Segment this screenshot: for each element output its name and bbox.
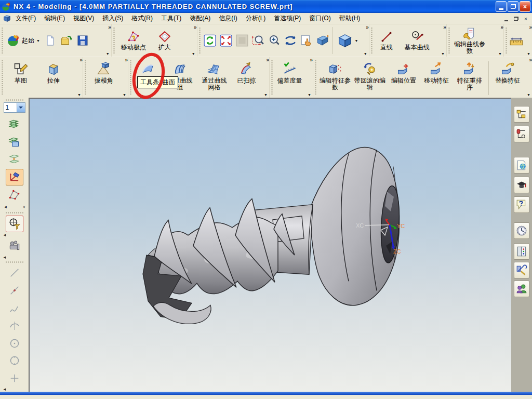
toolbar-options-arrow[interactable]: ▼: [498, 52, 502, 56]
layer-settings-button[interactable]: [6, 116, 23, 133]
draft-angle-button[interactable]: 拔模角: [88, 60, 120, 85]
start-button[interactable]: 起始 ▼: [5, 33, 42, 48]
feature-replay-button[interactable]: [6, 238, 23, 255]
zoom-in-out-button[interactable]: [267, 32, 282, 49]
toolbar-overflow-chevrons[interactable]: »: [125, 58, 127, 63]
curve-point-tool[interactable]: [6, 370, 23, 387]
mdi-close-button[interactable]: ×: [522, 15, 530, 22]
graphics-viewport[interactable]: XC YC ZC: [29, 98, 511, 392]
edit-curve-params-button[interactable]: 编辑曲线参数: [451, 26, 488, 56]
menu-assemblies[interactable]: 装配(A): [185, 13, 215, 24]
feature-reorder-button[interactable]: 特征重排序: [453, 60, 486, 92]
history-button[interactable]: [514, 222, 529, 239]
mdi-restore-button[interactable]: [512, 15, 520, 22]
collapse-left-icon[interactable]: ◄: [3, 233, 7, 237]
collapse-left-icon[interactable]: ◄: [4, 205, 8, 209]
menu-information[interactable]: 信息(I): [215, 13, 241, 24]
sketch-button[interactable]: 草图: [5, 60, 37, 85]
edit-feature-params-button[interactable]: 编辑特征参数: [318, 60, 352, 92]
toolbar-options-arrow[interactable]: ▼: [308, 93, 311, 97]
menu-window[interactable]: 窗口(O): [305, 13, 335, 24]
curve-circle-tool[interactable]: [6, 352, 23, 369]
toolbar-overflow-chevrons[interactable]: »: [500, 25, 502, 30]
selection-filter-button[interactable]: [6, 216, 23, 232]
pole-display-button[interactable]: [6, 187, 23, 203]
mdi-minimize-button[interactable]: [502, 15, 510, 22]
menu-help[interactable]: 帮助(H): [335, 13, 365, 24]
fit-view-button[interactable]: [218, 32, 234, 49]
toolbar-options-arrow[interactable]: ▼: [264, 93, 268, 97]
toolbar-overflow-chevrons[interactable]: »: [443, 25, 445, 30]
toolbar-options-arrow[interactable]: ▼: [441, 52, 445, 56]
menu-tools[interactable]: 工具(T): [157, 13, 185, 24]
wcs-dynamics-button[interactable]: [6, 169, 23, 185]
toolbar-options-arrow[interactable]: ▼: [527, 52, 530, 56]
curve-spline-tool[interactable]: [6, 300, 23, 316]
restore-button[interactable]: [508, 1, 518, 12]
save-button[interactable]: [75, 32, 90, 49]
toolbar-options-arrow[interactable]: ▼: [123, 93, 126, 97]
replace-feature-button[interactable]: 替换特征: [491, 60, 524, 85]
menu-insert[interactable]: 插入(S): [98, 13, 127, 24]
move-feature-button[interactable]: 移动特征: [420, 60, 453, 85]
edit-with-rollback-button[interactable]: 带回滚的编辑: [353, 60, 387, 92]
collapse-left-icon[interactable]: ◄: [3, 255, 7, 260]
roles-button[interactable]: [514, 281, 529, 297]
toolbar-drag-handle[interactable]: [5, 261, 24, 263]
tools-palette-button[interactable]: [514, 262, 529, 278]
toolbar-drag-handle[interactable]: [5, 99, 24, 101]
measure-distance-button[interactable]: [509, 32, 524, 49]
collapse-left-icon[interactable]: ◄: [3, 387, 7, 392]
menu-preferences[interactable]: 首选项(P): [270, 13, 305, 24]
toolbar-overflow-chevrons[interactable]: »: [529, 58, 531, 63]
refresh-view-button[interactable]: [202, 32, 218, 49]
toolbar-options-arrow[interactable]: ▼: [77, 93, 81, 97]
toolbar-overflow-chevrons[interactable]: »: [366, 25, 368, 30]
menu-analysis[interactable]: 分析(L): [242, 13, 270, 24]
part-navigator-button[interactable]: [514, 243, 529, 260]
toolbar-options-arrow[interactable]: ▼: [364, 52, 367, 56]
curve-line-point-tool[interactable]: [6, 282, 23, 299]
new-file-button[interactable]: [43, 32, 58, 49]
more-tools-icon[interactable]: »: [22, 206, 26, 208]
deviation-measure-button[interactable]: 偏差度量: [274, 60, 305, 85]
chevron-down-icon[interactable]: [17, 103, 25, 112]
extrude-button[interactable]: 拉伸: [37, 60, 70, 85]
menu-format[interactable]: 格式(R): [127, 13, 157, 24]
toolbar-overflow-chevrons[interactable]: »: [266, 58, 268, 63]
minimize-button[interactable]: [496, 1, 507, 12]
toolbar-overflow-chevrons[interactable]: »: [79, 58, 82, 63]
close-button[interactable]: ×: [520, 1, 530, 12]
menu-view[interactable]: 视图(V): [69, 13, 98, 24]
toolbar-options-arrow[interactable]: ▼: [106, 52, 110, 56]
toolbar-overflow-chevrons[interactable]: »: [194, 25, 196, 30]
toolbar-options-arrow[interactable]: ▼: [527, 93, 530, 97]
menu-edit[interactable]: 编辑(E): [40, 13, 69, 24]
tutorials-button[interactable]: [514, 177, 529, 193]
toolbar-overflow-chevrons[interactable]: »: [529, 25, 531, 30]
assembly-navigator-button[interactable]: [514, 106, 529, 123]
rotate-view-button[interactable]: [283, 32, 298, 49]
menu-file[interactable]: 文件(F): [11, 13, 40, 24]
display-mode-button[interactable]: ▼: [335, 32, 361, 49]
perspective-view-button[interactable]: [315, 32, 330, 49]
toolbar-overflow-chevrons[interactable]: »: [310, 58, 312, 63]
move-pole-button[interactable]: 移动极点: [116, 29, 151, 52]
curve-line-tool[interactable]: [6, 264, 23, 281]
curve-arc-tool[interactable]: [6, 317, 23, 334]
edit-position-button[interactable]: 编辑位置: [388, 60, 420, 85]
constraint-navigator-button[interactable]: [514, 126, 529, 142]
open-file-button[interactable]: [59, 32, 74, 49]
zoom-box-button[interactable]: [250, 32, 266, 49]
line-button[interactable]: 直线: [374, 29, 399, 52]
layer-visible-in-view-button[interactable]: [6, 134, 23, 151]
web-browser-button[interactable]: [514, 157, 529, 174]
layer-category-button[interactable]: [6, 152, 23, 168]
through-curve-mesh-button[interactable]: 通过曲线网格: [197, 60, 231, 92]
swept-button[interactable]: 已扫掠: [232, 60, 261, 85]
toolbar-drag-handle[interactable]: [5, 212, 24, 214]
toolbar-options-arrow[interactable]: ▼: [192, 52, 195, 56]
work-layer-selector[interactable]: 1: [4, 102, 25, 113]
help-button[interactable]: [514, 196, 529, 213]
pan-view-button[interactable]: [299, 32, 314, 49]
